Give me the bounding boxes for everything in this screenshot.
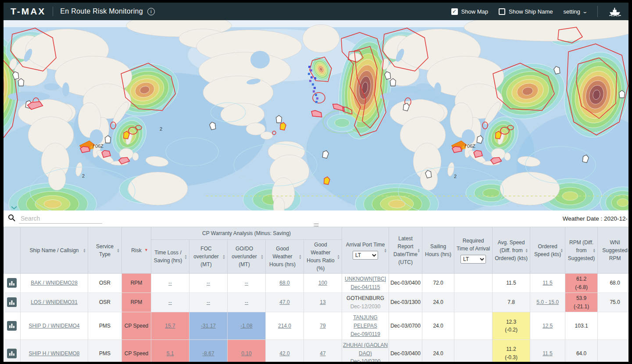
chart-icon-button[interactable] bbox=[7, 321, 17, 331]
sort-icon[interactable]: ▲▼ bbox=[222, 254, 225, 259]
cell-foc[interactable]: -8.67 bbox=[189, 340, 228, 362]
cell-gw-hours[interactable]: 47.0 bbox=[266, 293, 304, 312]
fleet-ship-icon[interactable] bbox=[608, 7, 621, 16]
cell-foc[interactable]: -- bbox=[189, 293, 228, 312]
cell-gw-ratio[interactable]: 79 bbox=[304, 312, 342, 340]
sort-icon[interactable]: ▲▼ bbox=[261, 254, 264, 259]
top-bar: T-MAX En Route Risk Monitoring i ✓ Show … bbox=[4, 3, 628, 20]
checkbox-checked-icon[interactable]: ✓ bbox=[451, 8, 458, 15]
sort-icon[interactable]: ▲▼ bbox=[117, 248, 120, 253]
col-header-gw-ratio[interactable]: Good Weather Hours Ratio (%)▲▼ bbox=[304, 240, 342, 274]
sort-icon[interactable]: ▲▼ bbox=[627, 248, 628, 253]
cell-arrival-port[interactable]: ZHUHAI (GAOLAN DAO)Dec-10/0700 bbox=[342, 340, 389, 362]
cell-foc[interactable]: -- bbox=[189, 274, 228, 293]
cell-godo[interactable]: 0.10 bbox=[228, 340, 266, 362]
cell-ship-name[interactable]: SHIP D / WNIDEMO4 bbox=[21, 312, 88, 340]
col-header-ordered-speed[interactable]: Ordered Speed (kts)▲▼ bbox=[530, 227, 565, 274]
sort-icon[interactable]: ▲▼ bbox=[417, 248, 420, 253]
cell-foc[interactable]: -31.17 bbox=[189, 312, 228, 340]
col-header-sailing-hours: Sailing Hours (hrs) bbox=[422, 227, 454, 274]
cell-godo[interactable]: -- bbox=[228, 274, 266, 293]
col-header-rpm-diff[interactable]: RPM (Diff. from Suggested)▲▼ bbox=[565, 227, 598, 274]
col-header-gw-hours[interactable]: Good Weather Hours (hrs)▲▼ bbox=[266, 240, 304, 274]
cell-rta bbox=[454, 274, 493, 293]
cell-time-loss[interactable]: -- bbox=[151, 293, 189, 312]
weather-map[interactable]: .land{fill:#f2efe8;stroke:#cfcfcf;stroke… bbox=[4, 20, 628, 211]
cell-service-type: PMS bbox=[88, 312, 122, 340]
cell-ship-name[interactable]: SHIP H / WNIDEMO8 bbox=[21, 340, 88, 362]
cell-chart bbox=[4, 274, 21, 293]
divider bbox=[53, 7, 53, 16]
sort-desc-icon[interactable]: ▼ bbox=[144, 247, 148, 253]
risk-area-polygon bbox=[80, 146, 90, 153]
cell-gw-hours[interactable]: 68.0 bbox=[266, 274, 304, 293]
cell-godo[interactable]: -- bbox=[228, 293, 266, 312]
cell-time-loss[interactable]: 5.1 bbox=[151, 340, 189, 362]
cell-service-type: OSR bbox=[88, 274, 122, 293]
table-row: LOS / WNIDEMO31OSRRPM------47.013GOTHENB… bbox=[4, 293, 629, 312]
timezone-select[interactable]: LT bbox=[461, 255, 486, 264]
sort-icon[interactable]: ▲▼ bbox=[384, 248, 387, 253]
sort-icon[interactable]: ▲▼ bbox=[560, 248, 563, 253]
cell-latest-report: Dec-03/0700 bbox=[389, 312, 422, 340]
search-input[interactable] bbox=[19, 214, 102, 224]
cell-gw-ratio[interactable]: 47 bbox=[304, 340, 342, 362]
divider bbox=[597, 6, 598, 17]
sort-icon[interactable]: ▲▼ bbox=[593, 248, 596, 253]
col-header-arrival-port[interactable]: Arrival Port TimeLT▲▼ bbox=[342, 227, 389, 274]
cell-time-loss[interactable]: 15.7 bbox=[151, 312, 189, 340]
show-map-toggle[interactable]: ✓ Show Map bbox=[451, 8, 488, 15]
show-ship-name-toggle[interactable]: Show Ship Name bbox=[499, 8, 553, 15]
chart-icon-button[interactable] bbox=[7, 349, 17, 358]
group-header-cp-warranty: CP Warranty Analysis (Minus: Saving) bbox=[151, 227, 342, 240]
cell-ordered-speed[interactable]: 5.0 - 15.0 bbox=[530, 293, 565, 312]
col-header-wni-rpm[interactable]: WNI Suggested RPM▲▼ bbox=[598, 227, 628, 274]
map-collapse-icon[interactable] bbox=[11, 206, 18, 210]
cell-arrival-port[interactable]: TANJUNG PELEPASDec-09/0119 bbox=[342, 312, 389, 340]
cell-arrival-port[interactable]: UNKNOWN[TBC]Dec-04/1115 bbox=[342, 274, 389, 293]
cell-gw-ratio[interactable]: 100 bbox=[304, 274, 342, 293]
splitter-drag-handle[interactable] bbox=[314, 224, 318, 226]
sort-icon[interactable]: ▲▼ bbox=[525, 248, 528, 253]
show-map-label: Show Map bbox=[461, 8, 488, 15]
chart-icon-button[interactable] bbox=[7, 278, 17, 288]
cell-ordered-speed[interactable]: 11.5 bbox=[530, 340, 565, 362]
sort-icon[interactable]: ▲▼ bbox=[299, 254, 302, 259]
col-header-avg-speed[interactable]: Avg. Speed (Diff. from Ordered) (kts)▲▼ bbox=[493, 227, 530, 274]
col-header-ship-name[interactable]: Ship Name / Callsign▲▼ bbox=[21, 227, 88, 274]
cell-gw-hours[interactable]: 214.0 bbox=[266, 312, 304, 340]
col-header-rta: Required Time of ArrivalLT bbox=[454, 227, 493, 274]
col-header-time-loss[interactable]: Time Loss / Saving (hrs)▲▼ bbox=[151, 240, 189, 274]
info-icon[interactable]: i bbox=[147, 8, 155, 15]
sort-icon[interactable]: ▲▼ bbox=[337, 254, 340, 259]
col-header-service-type[interactable]: Service Type▲▼ bbox=[88, 227, 122, 274]
col-header-foc[interactable]: FOC over/under (MT)▲▼ bbox=[189, 240, 228, 274]
cell-ship-name[interactable]: BAK / WNIDEMO28 bbox=[21, 274, 88, 293]
col-header-latest-report[interactable]: Latest Report Date/Time (UTC)▲▼ bbox=[389, 227, 422, 274]
cell-ordered-speed[interactable]: 11.5 bbox=[530, 274, 565, 293]
sort-icon[interactable]: ▲▼ bbox=[83, 248, 86, 253]
cell-gw-hours[interactable]: 42.0 bbox=[266, 340, 304, 362]
map-annotation-label: / 06Z bbox=[464, 143, 475, 149]
chart-icon-button[interactable] bbox=[7, 297, 17, 307]
cell-godo[interactable]: -1.08 bbox=[228, 312, 266, 340]
col-header-risk[interactable]: Risk▼ bbox=[122, 227, 151, 274]
setting-dropdown[interactable]: setting ⌄ bbox=[563, 8, 587, 15]
ship-risk-table: Ship Name / Callsign▲▼Service Type▲▼Risk… bbox=[4, 227, 628, 362]
sort-icon[interactable]: ▲▼ bbox=[184, 254, 187, 259]
show-ship-name-label: Show Ship Name bbox=[509, 8, 553, 15]
cell-avg-speed: 12.3(-0.2) bbox=[493, 312, 530, 340]
cell-time-loss[interactable]: -- bbox=[151, 274, 189, 293]
cell-sailing-hours: 24.0 bbox=[422, 312, 454, 340]
cell-rpm-diff: 103.1 bbox=[565, 312, 598, 340]
col-header-chart bbox=[4, 227, 21, 274]
col-header-godo[interactable]: GO/DO over/under (MT)▲▼ bbox=[228, 240, 266, 274]
checkbox-unchecked-icon[interactable] bbox=[499, 8, 505, 15]
cell-gw-ratio[interactable]: 13 bbox=[304, 293, 342, 312]
cell-latest-report: Dec-03/0400 bbox=[389, 274, 422, 293]
app-logo: T-MAX bbox=[11, 6, 46, 17]
cell-rpm-diff: 64.0 bbox=[565, 340, 598, 362]
cell-ship-name[interactable]: LOS / WNIDEMO31 bbox=[21, 293, 88, 312]
timezone-select[interactable]: LT bbox=[353, 251, 378, 260]
cell-ordered-speed[interactable]: 12.5 bbox=[530, 312, 565, 340]
